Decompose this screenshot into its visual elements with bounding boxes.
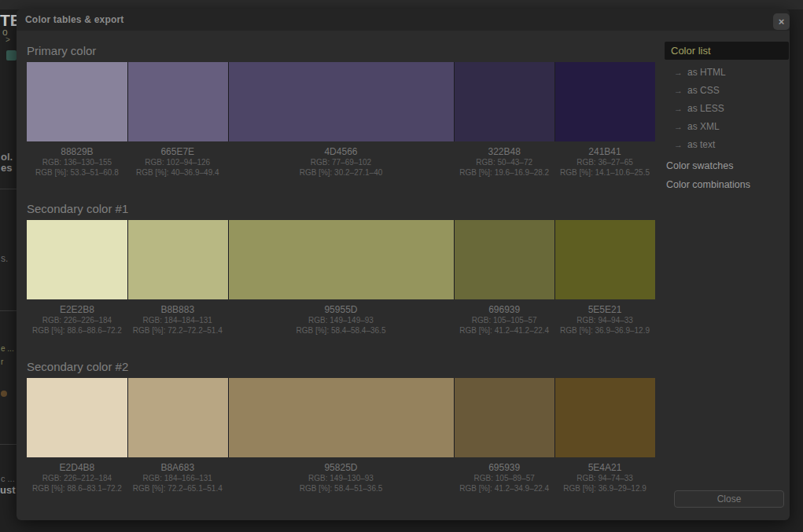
swatch-hex-value: 665E7E bbox=[127, 146, 228, 157]
swatch-rgb-percent-value: RGB [%]: 72.2–65.1–51.4 bbox=[127, 483, 228, 493]
background-divider bbox=[0, 310, 17, 311]
swatch-rgb-value: RGB: 226–226–184 bbox=[27, 315, 127, 325]
color-tables-export-dialog: Color tables & export × Primary color888… bbox=[17, 9, 790, 520]
swatch-label: 5E5E21RGB: 94–94–33RGB [%]: 36.9–36.9–12… bbox=[554, 304, 655, 336]
color-swatch-696939 bbox=[454, 220, 554, 299]
background-divider bbox=[0, 189, 17, 189]
color-swatch-5E5E21 bbox=[554, 220, 655, 299]
swatch-hex-value: 5E4A21 bbox=[554, 462, 655, 473]
sidebar-item-label: as XML bbox=[687, 121, 720, 132]
swatch-label-row: 88829BRGB: 136–130–155RGB [%]: 53.3–51–6… bbox=[27, 146, 655, 178]
color-swatch-95825D bbox=[228, 378, 455, 457]
sidebar-item-color-combinations[interactable]: Color combinations bbox=[666, 179, 789, 191]
swatch-rgb-value: RGB: 136–130–155 bbox=[27, 157, 127, 167]
swatch-rgb-value: RGB: 149–130–93 bbox=[228, 473, 455, 483]
background-text-fragment: > bbox=[6, 35, 10, 44]
swatch-label: 241B41RGB: 36–27–65RGB [%]: 14.1–10.6–25… bbox=[554, 146, 655, 178]
swatch-label: B8A683RGB: 184–166–131RGB [%]: 72.2–65.1… bbox=[127, 462, 228, 493]
sidebar-item-label: Color list bbox=[671, 45, 711, 57]
swatch-hex-value: 88829B bbox=[27, 146, 127, 157]
swatch-rgb-percent-value: RGB [%]: 53.3–51–60.8 bbox=[27, 167, 127, 178]
swatch-rgb-percent-value: RGB [%]: 36.9–29–12.9 bbox=[554, 483, 655, 493]
swatch-hex-value: 695939 bbox=[454, 462, 554, 473]
swatch-rgb-value: RGB: 77–69–102 bbox=[228, 157, 455, 167]
background-text-fragment: c ... bbox=[1, 474, 15, 483]
color-swatch-E2D4B8 bbox=[27, 378, 127, 457]
swatch-rgb-value: RGB: 36–27–65 bbox=[554, 157, 655, 167]
dialog-title: Color tables & export bbox=[25, 9, 124, 31]
swatch-rgb-percent-value: RGB [%]: 58.4–51–36.5 bbox=[228, 483, 455, 493]
sidebar-item-label: as LESS bbox=[687, 103, 724, 114]
swatch-label: 4D4566RGB: 77–69–102RGB [%]: 30.2–27.1–4… bbox=[228, 146, 455, 178]
sidebar-item-color-list[interactable]: Color list bbox=[665, 42, 789, 60]
arrow-right-icon: → bbox=[674, 140, 683, 149]
dialog-header: Color tables & export bbox=[17, 9, 790, 31]
swatch-rgb-value: RGB: 105–89–57 bbox=[454, 473, 554, 483]
swatch-hex-value: 322B48 bbox=[454, 146, 554, 157]
swatch-rgb-value: RGB: 105–105–57 bbox=[454, 315, 554, 325]
background-top-band bbox=[0, 0, 803, 9]
color-swatch-B8A683 bbox=[127, 378, 228, 457]
color-swatch-5E4A21 bbox=[554, 378, 655, 457]
sidebar-item-color-swatches[interactable]: Color swatches bbox=[666, 160, 789, 172]
arrow-right-icon: → bbox=[674, 68, 683, 77]
sidebar-item-as-css[interactable]: →as CSS bbox=[674, 85, 789, 96]
swatch-row bbox=[27, 378, 655, 457]
color-swatch-4D4566 bbox=[228, 62, 455, 141]
sidebar-item-as-less[interactable]: →as LESS bbox=[674, 103, 789, 114]
swatch-rgb-percent-value: RGB [%]: 30.2–27.1–40 bbox=[228, 167, 455, 178]
swatch-rgb-value: RGB: 94–74–33 bbox=[554, 473, 655, 483]
export-sidebar: Color list→as HTML→as CSS→as LESS→as XML… bbox=[665, 42, 789, 191]
swatch-hex-value: 95825D bbox=[228, 462, 455, 473]
swatch-rgb-percent-value: RGB [%]: 72.2–72.2–51.4 bbox=[127, 325, 228, 336]
color-swatch-695939 bbox=[454, 378, 554, 457]
swatch-rgb-percent-value: RGB [%]: 41.2–34.9–22.4 bbox=[454, 483, 554, 493]
swatch-label: 696939RGB: 105–105–57RGB [%]: 41.2–41.2–… bbox=[454, 304, 554, 336]
swatch-label: 88829BRGB: 136–130–155RGB [%]: 53.3–51–6… bbox=[27, 146, 127, 178]
swatch-label: 322B48RGB: 50–43–72RGB [%]: 19.6–16.9–28… bbox=[454, 146, 554, 178]
swatch-hex-value: E2D4B8 bbox=[27, 462, 127, 473]
background-divider bbox=[0, 444, 17, 445]
swatch-rgb-value: RGB: 226–212–184 bbox=[27, 473, 127, 483]
color-swatch-665E7E bbox=[127, 62, 228, 141]
background-color-dot bbox=[1, 391, 7, 397]
swatch-label: B8B883RGB: 184–184–131RGB [%]: 72.2–72.2… bbox=[127, 304, 228, 336]
swatch-hex-value: B8A683 bbox=[127, 462, 228, 473]
swatch-hex-value: 696939 bbox=[454, 304, 554, 315]
background-text-fragment: ust bbox=[0, 484, 16, 496]
swatch-rgb-percent-value: RGB [%]: 36.9–36.9–12.9 bbox=[554, 325, 655, 336]
swatch-hex-value: 241B41 bbox=[554, 146, 655, 157]
sidebar-item-as-xml[interactable]: →as XML bbox=[674, 121, 789, 132]
arrow-right-icon: → bbox=[674, 122, 683, 131]
swatch-label: E2D4B8RGB: 226–212–184RGB [%]: 88.6–83.1… bbox=[27, 462, 127, 493]
close-icon[interactable]: × bbox=[773, 13, 790, 30]
swatch-label: E2E2B8RGB: 226–226–184RGB [%]: 88.6–88.6… bbox=[27, 304, 127, 336]
swatch-rgb-value: RGB: 184–166–131 bbox=[127, 473, 228, 483]
swatch-label: 95825DRGB: 149–130–93RGB [%]: 58.4–51–36… bbox=[228, 462, 455, 493]
swatch-label: 665E7ERGB: 102–94–126RGB [%]: 40–36.9–49… bbox=[127, 146, 228, 178]
swatch-rgb-value: RGB: 50–43–72 bbox=[454, 157, 554, 167]
swatch-rgb-percent-value: RGB [%]: 88.6–88.6–72.2 bbox=[27, 325, 127, 336]
sidebar-item-label: Color swatches bbox=[666, 160, 733, 171]
color-swatch-E2E2B8 bbox=[27, 220, 127, 299]
swatch-row bbox=[27, 62, 655, 141]
sidebar-item-as-html[interactable]: →as HTML bbox=[674, 67, 789, 78]
background-text-fragment: ol. bbox=[1, 151, 13, 163]
swatch-rgb-percent-value: RGB [%]: 40–36.9–49.4 bbox=[127, 167, 228, 178]
color-swatch-B8B883 bbox=[127, 220, 228, 299]
color-swatch-95955D bbox=[228, 220, 455, 299]
background-text-fragment: es bbox=[1, 162, 12, 174]
swatch-hex-value: E2E2B8 bbox=[27, 304, 127, 315]
close-button[interactable]: Close bbox=[674, 490, 784, 508]
section-title: Secondary color #2 bbox=[27, 360, 655, 374]
swatch-hex-value: B8B883 bbox=[127, 304, 228, 315]
sidebar-item-label: as text bbox=[687, 139, 715, 150]
sidebar-item-label: as HTML bbox=[687, 67, 726, 78]
sidebar-item-as-text[interactable]: →as text bbox=[674, 139, 789, 150]
background-text-fragment: s. bbox=[1, 253, 8, 264]
section-title: Primary color bbox=[27, 44, 655, 58]
swatch-rgb-percent-value: RGB [%]: 88.6–83.1–72.2 bbox=[27, 483, 127, 493]
swatch-label-row: E2D4B8RGB: 226–212–184RGB [%]: 88.6–83.1… bbox=[27, 462, 655, 493]
background-app-icon bbox=[6, 50, 17, 61]
swatch-hex-value: 4D4566 bbox=[228, 146, 455, 157]
